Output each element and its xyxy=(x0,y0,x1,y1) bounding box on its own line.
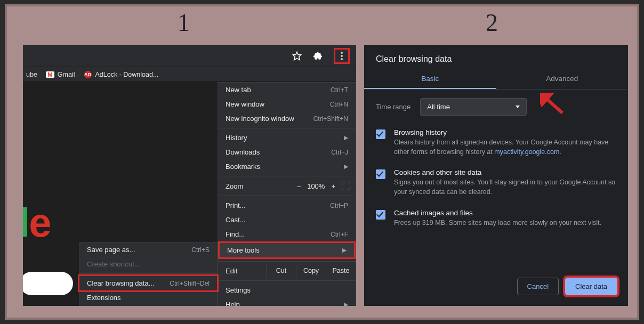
option-browsing-history-title: Browsing history xyxy=(394,128,616,136)
chrome-kebab-menu-button[interactable] xyxy=(334,48,350,64)
menu-new-tab-label: New tab xyxy=(226,86,331,94)
menu-more-tools[interactable]: More tools ▶ xyxy=(218,241,356,259)
menu-edit-row: Edit Cut Copy Paste xyxy=(218,264,356,278)
menu-separator xyxy=(218,261,356,262)
menu-new-tab[interactable]: New tab Ctrl+T xyxy=(218,83,356,97)
zoom-in-button[interactable]: + xyxy=(331,182,335,190)
zoom-percent: 100% xyxy=(307,182,325,190)
time-range-label: Time range xyxy=(376,103,410,111)
submenu-arrow-icon: ▶ xyxy=(344,134,348,141)
menu-bookmarks[interactable]: Bookmarks ▶ xyxy=(218,159,356,174)
submenu-save-page[interactable]: Save page as... Ctrl+S xyxy=(79,242,217,257)
option-browsing-history[interactable]: Browsing history Clears history from all… xyxy=(364,124,628,164)
menu-separator xyxy=(218,176,356,176)
zoom-out-button[interactable]: – xyxy=(297,182,301,190)
time-range-row: Time range All time xyxy=(364,90,628,124)
menu-separator xyxy=(218,196,356,196)
menu-find[interactable]: Find... Ctrl+F xyxy=(218,227,356,241)
option-cookies-desc: Signs you out of most sites. You'll stay… xyxy=(394,177,616,197)
tab-basic[interactable]: Basic xyxy=(364,69,496,89)
menu-history[interactable]: History ▶ xyxy=(218,131,356,145)
checkbox-browsing-history[interactable] xyxy=(376,129,385,139)
more-tools-submenu: Save page as... Ctrl+S Create shortcut..… xyxy=(79,242,218,306)
menu-downloads[interactable]: Downloads Ctrl+J xyxy=(218,145,356,159)
tab-advanced[interactable]: Advanced xyxy=(496,69,629,89)
cancel-button[interactable]: Cancel xyxy=(517,278,559,295)
zoom-label: Zoom xyxy=(226,182,293,190)
option-cookies[interactable]: Cookies and other site data Signs you ou… xyxy=(364,164,628,204)
submenu-extensions[interactable]: Extensions xyxy=(79,290,217,305)
option-cookies-title: Cookies and other site data xyxy=(394,168,616,176)
time-range-select[interactable]: All time xyxy=(420,98,527,116)
menu-separator xyxy=(218,280,356,281)
adlock-icon: AD xyxy=(84,70,92,79)
svg-marker-0 xyxy=(293,52,301,60)
bookmark-adlock-label: AdLock - Download... xyxy=(95,71,159,78)
step-2-number: 2 xyxy=(486,9,498,37)
google-search-bar-partial[interactable] xyxy=(23,272,73,295)
step-1-number: 1 xyxy=(178,9,190,37)
fullscreen-icon[interactable] xyxy=(342,182,350,190)
menu-help[interactable]: Help ▶ xyxy=(218,297,356,306)
chevron-down-icon xyxy=(516,106,520,108)
chrome-menu-screenshot: ube M Gmail AD AdLock - Download... le N… xyxy=(23,45,356,306)
submenu-arrow-icon: ▶ xyxy=(342,247,347,254)
menu-new-window[interactable]: New window Ctrl+N xyxy=(218,97,356,111)
option-cached[interactable]: Cached images and files Frees up 319 MB.… xyxy=(364,205,628,235)
menu-print[interactable]: Print... Ctrl+P xyxy=(218,198,356,213)
clear-data-button[interactable]: Clear data xyxy=(565,278,617,295)
chrome-page-body: le New tab Ctrl+T New window Ctrl+N New … xyxy=(23,82,356,306)
submenu-arrow-icon: ▶ xyxy=(344,163,348,170)
option-browsing-history-desc: Clears history from all signed-in device… xyxy=(394,137,616,157)
menu-cast[interactable]: Cast... xyxy=(218,213,356,227)
dialog-title: Clear browsing data xyxy=(364,45,628,69)
edit-label: Edit xyxy=(218,264,266,278)
tutorial-frame: 1 2 ube M Gmail AD AdLock - Do xyxy=(5,4,639,320)
dialog-tabs: Basic Advanced xyxy=(364,69,628,90)
menu-new-tab-shortcut: Ctrl+T xyxy=(331,86,348,94)
chrome-toolbar-right xyxy=(23,45,356,67)
submenu-create-shortcut: Create shortcut... xyxy=(79,257,217,271)
option-cached-desc: Frees up 319 MB. Some sites may load mor… xyxy=(394,218,616,228)
menu-separator xyxy=(218,128,356,128)
gmail-icon: M xyxy=(46,70,54,79)
submenu-arrow-icon: ▶ xyxy=(344,301,348,306)
bookmark-ube[interactable]: ube xyxy=(26,71,37,78)
menu-incognito[interactable]: New incognito window Ctrl+Shift+N xyxy=(218,111,356,126)
kebab-dots-icon xyxy=(341,52,343,60)
myactivity-link[interactable]: myactivity.google.com xyxy=(494,148,559,156)
submenu-clear-browsing-data[interactable]: Clear browsing data... Ctrl+Shift+Del xyxy=(78,274,219,292)
option-cached-title: Cached images and files xyxy=(394,209,616,217)
submenu-task-manager[interactable]: Task manager Shift+Esc xyxy=(79,305,217,306)
dialog-buttons: Cancel Clear data xyxy=(517,278,617,295)
bookmark-star-icon[interactable] xyxy=(292,51,302,61)
edit-copy-button[interactable]: Copy xyxy=(296,264,326,278)
bookmark-ube-label: ube xyxy=(26,71,37,78)
menu-settings[interactable]: Settings xyxy=(218,283,356,297)
menu-separator xyxy=(79,273,217,274)
extensions-puzzle-icon[interactable] xyxy=(312,51,323,61)
svg-line-1 xyxy=(543,96,562,113)
checkbox-cached[interactable] xyxy=(376,210,385,220)
annotation-arrow-icon xyxy=(540,93,565,115)
bookmark-gmail-label: Gmail xyxy=(58,71,75,78)
google-logo-fragment: le xyxy=(23,199,50,246)
time-range-value: All time xyxy=(427,103,450,111)
bookmarks-bar: ube M Gmail AD AdLock - Download... xyxy=(23,67,356,82)
chrome-main-menu: New tab Ctrl+T New window Ctrl+N New inc… xyxy=(218,82,356,306)
bookmark-adlock[interactable]: AD AdLock - Download... xyxy=(84,70,159,79)
checkbox-cookies[interactable] xyxy=(376,169,385,179)
edit-paste-button[interactable]: Paste xyxy=(326,264,356,278)
edit-cut-button[interactable]: Cut xyxy=(266,264,296,278)
clear-browsing-data-dialog: Clear browsing data Basic Advanced Time … xyxy=(364,45,628,306)
menu-zoom-row: Zoom – 100% + xyxy=(218,179,356,193)
bookmark-gmail[interactable]: M Gmail xyxy=(46,70,75,79)
